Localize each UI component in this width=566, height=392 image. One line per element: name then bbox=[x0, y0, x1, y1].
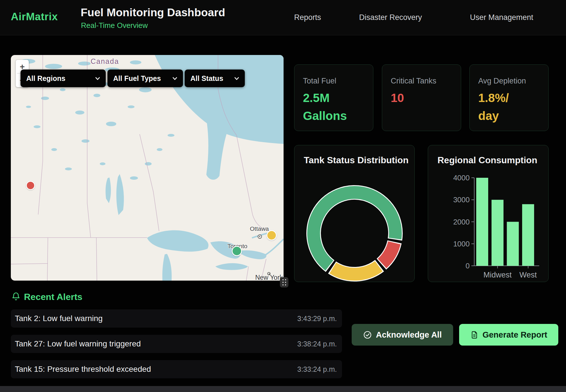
alert-message: Tank 15: Pressure threshold exceeded bbox=[15, 365, 151, 374]
svg-text:Midwest: Midwest bbox=[483, 271, 512, 279]
stat-value: 2.5MGallons bbox=[303, 89, 365, 125]
alert-message: Tank 2: Low fuel warning bbox=[15, 314, 103, 323]
generate-report-button[interactable]: Generate Report bbox=[459, 324, 558, 346]
bottom-scrollbar-track[interactable] bbox=[0, 386, 566, 392]
new-york-town-icon bbox=[267, 272, 270, 275]
stat-card-total-fuel: Total Fuel 2.5MGallons bbox=[294, 64, 373, 131]
alert-time: 3:38:24 p.m. bbox=[297, 340, 337, 348]
page-title: Fuel Monitoring Dashboard bbox=[81, 6, 225, 19]
chevron-down-icon bbox=[172, 77, 177, 80]
stat-label: Avg Depletion bbox=[478, 77, 540, 85]
recent-alerts-title: Recent Alerts bbox=[24, 292, 82, 302]
alert-row[interactable]: Tank 2: Low fuel warning 3:43:29 p.m. bbox=[11, 309, 342, 328]
svg-text:West: West bbox=[520, 271, 537, 279]
map-label-canada: Canada bbox=[91, 57, 116, 66]
app-header: AirMatrix Fuel Monitoring Dashboard Real… bbox=[0, 0, 566, 35]
chevron-down-icon bbox=[234, 77, 239, 80]
acknowledge-all-label: Acknowledge All bbox=[376, 330, 442, 340]
chevron-down-icon bbox=[95, 77, 100, 80]
page-subtitle: Real-Time Overview bbox=[81, 21, 148, 30]
region-filter-value: All Regions bbox=[26, 74, 66, 83]
svg-text:3000: 3000 bbox=[453, 195, 470, 204]
alert-time: 3:33:24 p.m. bbox=[297, 365, 337, 373]
tank-status-panel: Tank Status Distribution bbox=[294, 145, 415, 282]
stat-value: 1.8%/day bbox=[478, 89, 540, 125]
stat-value: 10 bbox=[391, 89, 452, 107]
fuel-type-filter-value: All Fuel Types bbox=[113, 74, 161, 83]
alert-message: Tank 27: Low fuel warning triggered bbox=[15, 339, 141, 348]
svg-text:0: 0 bbox=[466, 262, 470, 270]
svg-text:4000: 4000 bbox=[453, 173, 470, 182]
fuel-type-filter-dropdown[interactable]: All Fuel Types bbox=[107, 70, 183, 87]
acknowledge-all-button[interactable]: Acknowledge All bbox=[352, 324, 453, 346]
stat-card-critical-tanks: Critical Tanks 10 bbox=[382, 64, 461, 131]
tank-marker-normal[interactable] bbox=[232, 246, 242, 256]
status-filter-dropdown[interactable]: All Status bbox=[185, 70, 245, 87]
region-filter-dropdown[interactable]: All Regions bbox=[21, 70, 106, 87]
stat-label: Total Fuel bbox=[303, 77, 365, 85]
nav-user-management[interactable]: User Management bbox=[470, 13, 533, 22]
app-logo: AirMatrix bbox=[11, 11, 58, 23]
stat-card-avg-depletion: Avg Depletion 1.8%/day bbox=[469, 64, 549, 131]
nav-disaster-recovery[interactable]: Disaster Recovery bbox=[359, 13, 422, 22]
svg-text:1000: 1000 bbox=[453, 240, 470, 248]
alert-time: 3:43:29 p.m. bbox=[297, 315, 337, 323]
tank-marker-critical[interactable] bbox=[26, 181, 35, 190]
regional-consumption-bar-chart: 01000200030004000MidwestWest bbox=[428, 145, 549, 282]
tank-status-donut-chart bbox=[294, 145, 415, 282]
map-resize-handle[interactable] bbox=[280, 277, 288, 287]
alert-row[interactable]: Tank 27: Low fuel warning triggered 3:38… bbox=[11, 335, 342, 353]
generate-report-label: Generate Report bbox=[482, 330, 547, 340]
status-filter-value: All Status bbox=[190, 74, 223, 83]
bell-icon bbox=[11, 291, 21, 301]
stat-label: Critical Tanks bbox=[391, 77, 452, 85]
fuel-map[interactable]: Canada Ottawa Toronto New York + − bbox=[11, 55, 284, 281]
regional-consumption-panel: Regional Consumption 01000200030004000Mi… bbox=[428, 145, 549, 282]
tank-marker-warning[interactable] bbox=[266, 230, 277, 240]
ottawa-town-icon bbox=[258, 234, 262, 239]
check-circle-icon bbox=[363, 330, 372, 339]
document-icon bbox=[470, 331, 479, 339]
alert-row[interactable]: Tank 15: Pressure threshold exceeded 3:3… bbox=[11, 360, 342, 378]
map-label-new-york: New York bbox=[249, 274, 284, 281]
svg-text:2000: 2000 bbox=[453, 218, 470, 226]
nav-reports[interactable]: Reports bbox=[294, 13, 321, 22]
